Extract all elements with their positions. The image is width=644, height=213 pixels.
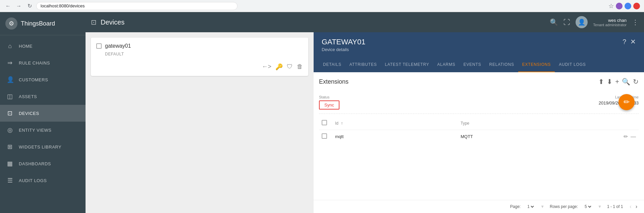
sidebar: ⚙ ThingsBoard ⌂ HOME ⇒ RULE CHAINS 👤 CUS… (0, 12, 86, 213)
sidebar-item-home[interactable]: ⌂ HOME (0, 38, 86, 54)
sidebar-logo: ⚙ ThingsBoard (0, 12, 86, 35)
sidebar-item-rule-chains-label: RULE CHAINS (19, 60, 50, 66)
sidebar-item-dashboards-label: DASHBOARDS (19, 161, 51, 166)
audit-logs-icon: ☰ (7, 177, 13, 184)
bookmark-icon[interactable]: ☆ (608, 2, 614, 10)
rows-per-page-select[interactable]: 5 (583, 204, 592, 209)
fullscreen-icon[interactable]: ⛶ (564, 18, 570, 26)
pagination-nav: ‹ › (628, 203, 639, 210)
tab-relations[interactable]: RELATIONS (485, 57, 518, 72)
next-page-button[interactable]: › (634, 203, 639, 210)
assets-icon: ◫ (7, 93, 13, 100)
table-header: Id ↑ Type (319, 117, 639, 130)
sidebar-item-customers[interactable]: 👤 CUSTOMERS (0, 71, 86, 88)
topbar: ⊡ Devices 🔍 ⛶ 👤 wes chan Tenant administ… (86, 12, 644, 32)
search-icon[interactable]: 🔍 (550, 18, 558, 26)
download-icon[interactable]: ⬇ (607, 78, 612, 86)
logo-icon: ⚙ (5, 17, 17, 30)
tab-latest-telemetry[interactable]: LATEST TELEMETRY (381, 57, 433, 72)
share-icon[interactable]: ←> (262, 63, 271, 71)
prev-page-button[interactable]: ‹ (628, 203, 633, 210)
rule-chains-icon: ⇒ (7, 59, 13, 67)
select-all-checkbox[interactable] (322, 120, 327, 125)
tab-extensions[interactable]: EXTENSIONS (518, 57, 555, 72)
tab-events[interactable]: EVENTS (460, 57, 485, 72)
ext-icon-2 (625, 3, 631, 9)
logo-text: ThingsBoard (21, 20, 55, 27)
user-name: wes chan (593, 18, 627, 23)
user-info: wes chan Tenant administrator (593, 18, 627, 27)
sort-asc-icon[interactable]: ↑ (341, 121, 343, 126)
entity-views-icon: ◎ (7, 126, 13, 134)
sidebar-item-audit-logs-label: AUDIT LOGS (19, 178, 47, 183)
col-id-header: Id ↑ (332, 117, 458, 130)
detail-subtitle: Device details (322, 47, 365, 52)
page-label: Page: (510, 204, 521, 209)
more-row-icon[interactable]: — (631, 134, 636, 139)
device-card-actions: ←> 🔑 🛡 🗑 (96, 63, 303, 71)
detail-title: GATEWAY01 (322, 38, 365, 46)
sidebar-item-assets[interactable]: ◫ ASSETS (0, 88, 86, 105)
url-bar[interactable]: localhost:8080/devices (36, 2, 237, 10)
sidebar-item-dashboards[interactable]: ▦ DASHBOARDS (0, 155, 86, 172)
upload-icon[interactable]: ⬆ (598, 78, 604, 86)
sidebar-item-rule-chains[interactable]: ⇒ RULE CHAINS (0, 54, 86, 71)
tab-audit-logs[interactable]: AUDIT LOGS (555, 57, 590, 72)
content-area: gateway01 DEFAULT ←> 🔑 🛡 🗑 GATEWA (86, 32, 644, 213)
row-checkbox[interactable] (322, 133, 327, 139)
topbar-title: Devices (101, 18, 124, 26)
close-icon[interactable]: ✕ (630, 38, 636, 46)
sidebar-nav: ⌂ HOME ⇒ RULE CHAINS 👤 CUSTOMERS ◫ ASSET… (0, 35, 86, 213)
sidebar-item-entity-views[interactable]: ◎ ENTITY VIEWS (0, 122, 86, 138)
col-checkbox-header (319, 117, 332, 130)
device-type: DEFAULT (105, 52, 303, 56)
search-extensions-icon[interactable]: 🔍 (622, 78, 630, 86)
device-list-panel: gateway01 DEFAULT ←> 🔑 🛡 🗑 (86, 32, 314, 213)
refresh-icon[interactable]: ↻ (633, 78, 639, 86)
sidebar-item-home-label: HOME (19, 44, 33, 49)
device-select-checkbox[interactable] (96, 43, 102, 49)
avatar[interactable]: 👤 (576, 16, 588, 28)
ext-icon-3 (633, 3, 640, 9)
tab-details[interactable]: DETAILS (319, 57, 345, 72)
extensions-title: Extensions (319, 78, 348, 85)
sidebar-item-devices[interactable]: ⊡ DEVICES (0, 105, 86, 122)
row-type-cell: MQTT (458, 130, 619, 143)
status-label: Status (319, 95, 339, 99)
assign-customer-icon[interactable]: 🛡 (287, 63, 293, 71)
sync-button[interactable]: Sync (319, 100, 339, 110)
page-select[interactable]: 1 (526, 204, 535, 209)
forward-button[interactable]: → (15, 2, 23, 10)
topbar-device-icon: ⊡ (91, 18, 97, 26)
sidebar-item-audit-logs[interactable]: ☰ AUDIT LOGS (0, 172, 86, 189)
tab-alarms[interactable]: ALARMS (433, 57, 459, 72)
table-body: mqtt MQTT ✏ — (319, 130, 639, 143)
device-card-header: gateway01 (96, 43, 303, 49)
manage-credentials-icon[interactable]: 🔑 (275, 63, 283, 71)
detail-tabs: DETAILS ATTRIBUTES LATEST TELEMETRY ALAR… (314, 57, 644, 72)
back-button[interactable]: ← (4, 2, 12, 10)
url-text: localhost:8080/devices (41, 3, 85, 8)
pagination-range: 1 - 1 of 1 (607, 204, 623, 209)
detail-panel: GATEWAY01 Device details ? ✕ DETAILS ATT… (314, 32, 644, 213)
devices-icon: ⊡ (7, 110, 13, 117)
edit-row-icon[interactable]: ✏ (624, 134, 628, 139)
more-vert-icon[interactable]: ⋮ (632, 18, 639, 26)
reload-button[interactable]: ↻ (25, 2, 34, 10)
widgets-library-icon: ⊞ (7, 143, 13, 151)
tab-attributes[interactable]: ATTRIBUTES (345, 57, 381, 72)
pagination-bar: Page: 1 ▼ Rows per page: 5 ▼ 1 - 1 of 1 … (314, 200, 644, 213)
sidebar-item-widgets-library[interactable]: ⊞ WIDGETS LIBRARY (0, 138, 86, 155)
edit-fab-button[interactable]: ✏ (619, 94, 635, 110)
sidebar-item-customers-label: CUSTOMERS (19, 77, 48, 82)
rows-per-page-label: Rows per page: (550, 204, 578, 209)
device-name[interactable]: gateway01 (105, 43, 131, 49)
help-icon[interactable]: ? (623, 38, 626, 46)
ext-icon-1 (616, 3, 623, 9)
row-checkbox-cell (319, 130, 332, 143)
app-container: ⚙ ThingsBoard ⌂ HOME ⇒ RULE CHAINS 👤 CUS… (0, 12, 644, 213)
extensions-table: Id ↑ Type (319, 117, 639, 143)
row-actions-cell: ✏ — (619, 130, 639, 143)
add-icon[interactable]: + (615, 78, 619, 86)
delete-icon[interactable]: 🗑 (297, 63, 303, 71)
